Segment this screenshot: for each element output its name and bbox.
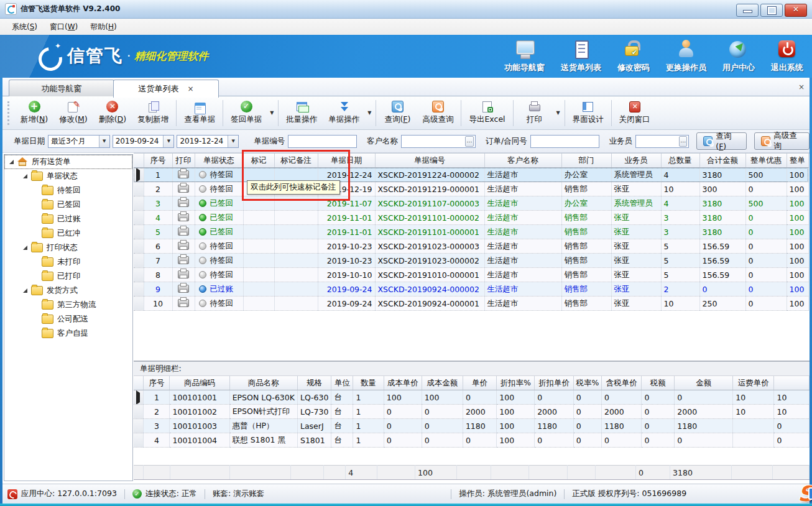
order-row[interactable]: 10待签回2019-09-24XSCKD-20190924-000001生活超市…: [134, 297, 808, 311]
row-selector[interactable]: [134, 282, 144, 297]
column-header[interactable]: 商品名称: [229, 376, 297, 390]
customer-input[interactable]: [402, 136, 465, 147]
menu-item[interactable]: 窗口(W): [44, 20, 83, 34]
column-header[interactable]: 单位: [331, 376, 353, 390]
toolbar-button[interactable]: 界面设计: [567, 99, 609, 127]
date-range-select[interactable]: 最近3个月 ▼: [48, 135, 110, 148]
banner-button-list[interactable]: 送货单列表: [561, 40, 601, 73]
column-header[interactable]: 单价: [463, 376, 496, 390]
column-header[interactable]: 整单优惠: [745, 154, 787, 168]
column-header[interactable]: 业务员: [611, 154, 661, 168]
toolbar-button[interactable]: 查看单据: [178, 99, 221, 127]
tab-delivery-list[interactable]: 送货单列表 ×: [113, 80, 219, 98]
banner-button-user[interactable]: 更换操作员: [666, 40, 706, 73]
lookup-ellipsis-icon[interactable]: …: [465, 136, 474, 147]
mark-note-cell[interactable]: [274, 254, 318, 268]
date-from-select[interactable]: 2019-09-24 ▼: [113, 135, 175, 148]
tree-item-leaf-0-2[interactable]: 已过账: [4, 212, 132, 226]
lookup-ellipsis-icon[interactable]: …: [679, 136, 687, 147]
mark-cell[interactable]: [243, 254, 274, 268]
tree-item-group-2[interactable]: 发货方式: [4, 283, 132, 298]
chevron-down-icon[interactable]: ▼: [228, 136, 238, 147]
tabstrip-close-icon[interactable]: ×: [798, 83, 805, 91]
query-button[interactable]: 查询(F): [696, 132, 747, 150]
column-header[interactable]: 客户名称: [484, 154, 561, 168]
row-selector[interactable]: [134, 297, 144, 311]
detail-row[interactable]: 4100101004联想 S1801 黑S1801台1000100000000: [134, 433, 810, 448]
advanced-query-button[interactable]: 高级查询: [754, 132, 810, 150]
column-header[interactable]: 规格: [297, 376, 331, 390]
chevron-down-icon[interactable]: ▼: [365, 110, 374, 116]
banner-button-globe[interactable]: 用户中心: [722, 40, 755, 73]
order-row[interactable]: 4已签回2019-11-01XSCKD-20191101-000002生活超市销…: [134, 211, 808, 225]
row-selector[interactable]: [134, 390, 144, 405]
mark-cell[interactable]: [243, 225, 274, 239]
mark-cell[interactable]: [243, 297, 274, 311]
order-row[interactable]: 5已签回2019-11-01XSCKD-20191101-000001生活超市销…: [134, 225, 808, 239]
order-row[interactable]: 2待签回2019-12-19XSCKD-20191219-000001生活超市销…: [134, 182, 808, 196]
column-header[interactable]: 税率%: [573, 376, 601, 390]
order-row[interactable]: 6待签回2019-10-23XSCKD-20191023-000003生活超市销…: [134, 239, 808, 254]
mark-note-cell[interactable]: [274, 268, 318, 282]
column-header[interactable]: 总数量: [661, 154, 699, 168]
mark-cell[interactable]: [243, 282, 274, 297]
tree-item-leaf-2-0[interactable]: 第三方物流: [4, 298, 132, 312]
row-selector[interactable]: [134, 405, 144, 419]
order-row[interactable]: 1待签回2019-12-24XSCKD-20191224-000002生活超市办…: [134, 168, 808, 182]
tree-item-leaf-2-2[interactable]: 客户自提: [4, 326, 132, 341]
row-selector[interactable]: [134, 239, 144, 254]
mark-note-cell[interactable]: [274, 297, 318, 311]
tree-item-leaf-0-0[interactable]: 待签回: [4, 183, 132, 198]
tree-item-leaf-0-1[interactable]: 已签回: [4, 198, 132, 212]
column-header[interactable]: 打印: [172, 154, 195, 168]
row-selector[interactable]: [134, 225, 144, 239]
column-header[interactable]: 整单: [787, 154, 808, 168]
column-header[interactable]: 成本单价: [384, 376, 422, 390]
order-row[interactable]: 3已签回2019-11-07XSCKD-20191107-000003生活超市办…: [134, 196, 808, 211]
tree-item-root[interactable]: 所有送货单: [4, 155, 132, 169]
tree-item-leaf-0-3[interactable]: 已红冲: [4, 226, 132, 241]
chevron-down-icon[interactable]: ▼: [163, 136, 173, 147]
toolbar-button[interactable]: 高级查询: [417, 99, 459, 127]
toolbar-button[interactable]: 打印: [515, 99, 554, 127]
column-header[interactable]: 折扣单价: [535, 376, 574, 390]
row-selector[interactable]: [134, 168, 144, 182]
mark-note-cell[interactable]: [274, 211, 318, 225]
detail-row[interactable]: 2100101002EPSON针式打印LQ-730台10020001002000…: [134, 405, 810, 419]
toolbar-grip[interactable]: [7, 101, 11, 125]
banner-button-lock[interactable]: 修改密码: [617, 40, 650, 73]
row-selector[interactable]: [134, 196, 144, 211]
toolbar-button[interactable]: 单据操作: [323, 99, 365, 127]
expand-triangle-icon[interactable]: [9, 160, 14, 164]
toolbar-button[interactable]: 修改(M): [53, 99, 93, 127]
column-header[interactable]: 成本金额: [422, 376, 463, 390]
restore-button[interactable]: [760, 4, 783, 17]
banner-button-power[interactable]: 退出系统: [771, 40, 803, 73]
toolbar-button[interactable]: 导出Excel: [463, 99, 510, 127]
toolbar-button[interactable]: 删除(D): [93, 99, 132, 127]
menu-item[interactable]: 帮助(H): [85, 20, 122, 34]
mark-note-cell[interactable]: [274, 239, 318, 254]
chevron-down-icon[interactable]: ▼: [99, 136, 109, 147]
column-header[interactable]: 商品编码: [170, 376, 229, 390]
row-selector[interactable]: [134, 419, 144, 433]
contract-input[interactable]: [531, 136, 599, 147]
minimize-button[interactable]: [736, 4, 759, 17]
mark-note-cell[interactable]: [274, 196, 318, 211]
tree-item-leaf-1-0[interactable]: 未打印: [4, 255, 132, 269]
column-header[interactable]: 税额: [642, 376, 675, 390]
toolbar-button[interactable]: 签回单据: [225, 99, 267, 127]
detail-row[interactable]: 3100101003惠普（HP）LaserJ台10011801001180011…: [134, 419, 810, 433]
tree-item-group-0[interactable]: 单据状态: [4, 169, 132, 183]
column-header[interactable]: 标记: [243, 154, 274, 168]
order-row[interactable]: 9已过账2019-09-24XSCKD-20190924-000002生活超市销…: [134, 282, 808, 297]
row-selector[interactable]: [134, 211, 144, 225]
column-header[interactable]: 序号: [144, 154, 172, 168]
row-selector[interactable]: [134, 182, 144, 196]
toolbar-button[interactable]: 查询(F): [378, 99, 417, 127]
row-selector[interactable]: [134, 433, 144, 448]
column-header[interactable]: 标记备注: [274, 154, 318, 168]
column-header[interactable]: 含税单价: [601, 376, 641, 390]
column-header[interactable]: 单据编号: [375, 154, 484, 168]
menu-item[interactable]: 系统(S): [6, 20, 43, 34]
